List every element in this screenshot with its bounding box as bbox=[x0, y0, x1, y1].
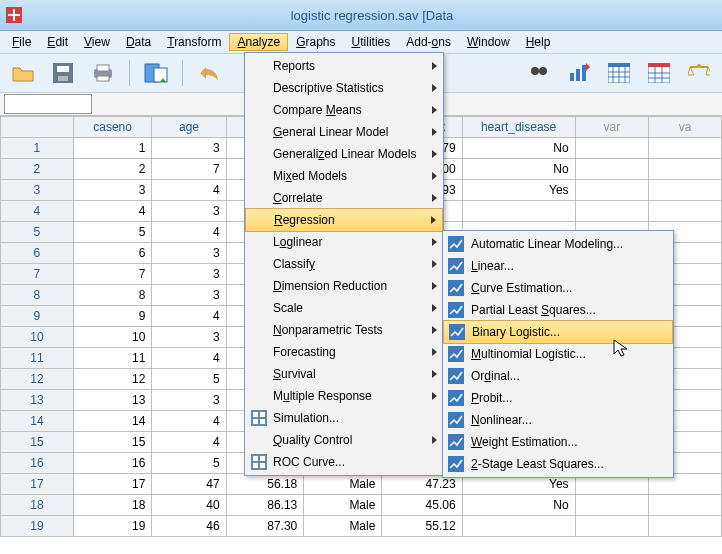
cell-age[interactable]: 46 bbox=[152, 516, 226, 537]
cell-empty[interactable] bbox=[575, 201, 649, 222]
cell-empty[interactable] bbox=[649, 138, 722, 159]
find-button[interactable] bbox=[522, 58, 556, 88]
row-header[interactable]: 1 bbox=[1, 138, 74, 159]
menu-graphs[interactable]: Graphs bbox=[288, 33, 343, 51]
submenu-item-linear-[interactable]: Linear... bbox=[443, 255, 673, 277]
menu-item-generalized-linear-models[interactable]: Generalized Linear Models bbox=[245, 143, 443, 165]
cell-heart[interactable] bbox=[462, 201, 575, 222]
row-header[interactable]: 19 bbox=[1, 516, 74, 537]
cell-age[interactable]: 3 bbox=[152, 264, 226, 285]
save-button[interactable] bbox=[46, 58, 80, 88]
cell-age[interactable]: 3 bbox=[152, 327, 226, 348]
menu-utilities[interactable]: Utilities bbox=[344, 33, 399, 51]
cell-age[interactable]: 40 bbox=[152, 495, 226, 516]
cell-age[interactable]: 3 bbox=[152, 201, 226, 222]
cell-age[interactable]: 5 bbox=[152, 369, 226, 390]
menu-item-regression[interactable]: Regression bbox=[245, 208, 443, 232]
cell-empty[interactable] bbox=[575, 495, 649, 516]
cell-heart[interactable]: No bbox=[462, 138, 575, 159]
menu-item-descriptive-statistics[interactable]: Descriptive Statistics bbox=[245, 77, 443, 99]
cell-caseno[interactable]: 8 bbox=[73, 285, 151, 306]
menu-item-nonparametric-tests[interactable]: Nonparametric Tests bbox=[245, 319, 443, 341]
cell-weight[interactable]: 87.30 bbox=[226, 516, 304, 537]
column-header-va[interactable]: va bbox=[649, 117, 722, 138]
cell-heart[interactable]: No bbox=[462, 495, 575, 516]
menu-item-general-linear-model[interactable]: General Linear Model bbox=[245, 121, 443, 143]
row-header[interactable]: 5 bbox=[1, 222, 74, 243]
submenu-item-multinomial-logistic-[interactable]: Multinomial Logistic... bbox=[443, 343, 673, 365]
recall-dialog-button[interactable] bbox=[139, 58, 173, 88]
cell-age[interactable]: 5 bbox=[152, 453, 226, 474]
cell-caseno[interactable]: 13 bbox=[73, 390, 151, 411]
menu-add-ons[interactable]: Add-ons bbox=[398, 33, 459, 51]
menu-item-multiple-response[interactable]: Multiple Response bbox=[245, 385, 443, 407]
submenu-item-2-stage-least-squares-[interactable]: 2-Stage Least Squares... bbox=[443, 453, 673, 475]
cell-caseno[interactable]: 6 bbox=[73, 243, 151, 264]
menu-window[interactable]: Window bbox=[459, 33, 518, 51]
cell-caseno[interactable]: 2 bbox=[73, 159, 151, 180]
row-header[interactable]: 8 bbox=[1, 285, 74, 306]
row-header[interactable]: 9 bbox=[1, 306, 74, 327]
menu-item-reports[interactable]: Reports bbox=[245, 55, 443, 77]
cell-gender[interactable]: Male bbox=[304, 495, 382, 516]
cell-age[interactable]: 4 bbox=[152, 411, 226, 432]
cell-empty[interactable] bbox=[575, 516, 649, 537]
cell-age[interactable]: 3 bbox=[152, 243, 226, 264]
row-header[interactable]: 6 bbox=[1, 243, 74, 264]
row-header[interactable]: 3 bbox=[1, 180, 74, 201]
cell-caseno[interactable]: 11 bbox=[73, 348, 151, 369]
column-header-var[interactable]: var bbox=[575, 117, 649, 138]
menu-file[interactable]: File bbox=[4, 33, 39, 51]
cell-caseno[interactable]: 7 bbox=[73, 264, 151, 285]
cell-weight[interactable]: 56.18 bbox=[226, 474, 304, 495]
menu-item-loglinear[interactable]: Loglinear bbox=[245, 231, 443, 253]
cell-heart[interactable] bbox=[462, 516, 575, 537]
cell-age[interactable]: 4 bbox=[152, 222, 226, 243]
table-row[interactable]: 19194687.30Male55.12 bbox=[1, 516, 722, 537]
cell-caseno[interactable]: 10 bbox=[73, 327, 151, 348]
row-header[interactable]: 12 bbox=[1, 369, 74, 390]
menu-item-simulation-[interactable]: Simulation... bbox=[245, 407, 443, 429]
cell-empty[interactable] bbox=[575, 159, 649, 180]
menu-item-survival[interactable]: Survival bbox=[245, 363, 443, 385]
menu-item-mixed-models[interactable]: Mixed Models bbox=[245, 165, 443, 187]
undo-button[interactable] bbox=[192, 58, 226, 88]
cell-empty[interactable] bbox=[649, 201, 722, 222]
row-header[interactable]: 16 bbox=[1, 453, 74, 474]
cell-caseno[interactable]: 3 bbox=[73, 180, 151, 201]
column-header-caseno[interactable]: caseno bbox=[73, 117, 151, 138]
row-header[interactable]: 11 bbox=[1, 348, 74, 369]
cell-heart[interactable]: No bbox=[462, 159, 575, 180]
cell-empty[interactable] bbox=[649, 495, 722, 516]
column-header-age[interactable]: age bbox=[152, 117, 226, 138]
menu-item-classify[interactable]: Classify bbox=[245, 253, 443, 275]
menu-item-compare-means[interactable]: Compare Means bbox=[245, 99, 443, 121]
cell-vo2max[interactable]: 55.12 bbox=[382, 516, 462, 537]
menu-data[interactable]: Data bbox=[118, 33, 159, 51]
row-header[interactable]: 18 bbox=[1, 495, 74, 516]
submenu-item-probit-[interactable]: Probit... bbox=[443, 387, 673, 409]
menu-view[interactable]: View bbox=[76, 33, 118, 51]
data-button[interactable] bbox=[642, 58, 676, 88]
cell-age[interactable]: 3 bbox=[152, 390, 226, 411]
menu-help[interactable]: Help bbox=[518, 33, 559, 51]
weight-button[interactable] bbox=[682, 58, 716, 88]
cell-age[interactable]: 3 bbox=[152, 138, 226, 159]
menu-item-forecasting[interactable]: Forecasting bbox=[245, 341, 443, 363]
cell-age[interactable]: 7 bbox=[152, 159, 226, 180]
chart-button[interactable] bbox=[562, 58, 596, 88]
submenu-item-curve-estimation-[interactable]: Curve Estimation... bbox=[443, 277, 673, 299]
print-button[interactable] bbox=[86, 58, 120, 88]
table-row[interactable]: 18184086.13Male45.06No bbox=[1, 495, 722, 516]
row-header[interactable]: 4 bbox=[1, 201, 74, 222]
cell-caseno[interactable]: 1 bbox=[73, 138, 151, 159]
submenu-item-partial-least-squares-[interactable]: Partial Least Squares... bbox=[443, 299, 673, 321]
cell-empty[interactable] bbox=[649, 180, 722, 201]
menu-transform[interactable]: Transform bbox=[159, 33, 229, 51]
row-header[interactable]: 14 bbox=[1, 411, 74, 432]
cell-reference-input[interactable] bbox=[4, 94, 92, 114]
cell-caseno[interactable]: 12 bbox=[73, 369, 151, 390]
row-header[interactable]: 2 bbox=[1, 159, 74, 180]
submenu-item-ordinal-[interactable]: Ordinal... bbox=[443, 365, 673, 387]
cell-gender[interactable]: Male bbox=[304, 474, 382, 495]
